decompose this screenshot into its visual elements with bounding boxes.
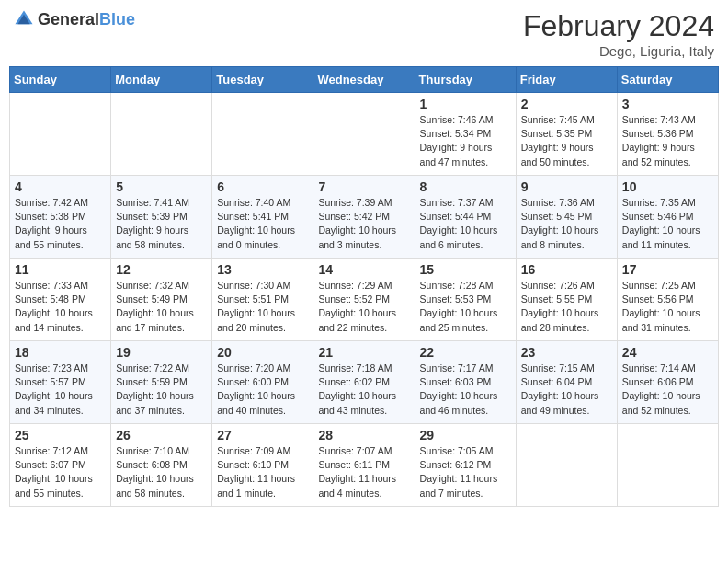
calendar-cell	[617, 424, 718, 507]
day-number: 24	[622, 345, 713, 360]
day-info: Sunrise: 7:45 AM Sunset: 5:35 PM Dayligh…	[521, 113, 612, 169]
day-number: 2	[521, 97, 612, 111]
calendar-title: February 2024	[523, 9, 714, 43]
logo-icon	[14, 9, 34, 29]
day-number: 9	[521, 179, 612, 194]
day-number: 5	[116, 179, 207, 194]
calendar-cell: 21Sunrise: 7:18 AM Sunset: 6:02 PM Dayli…	[313, 341, 415, 424]
day-info: Sunrise: 7:22 AM Sunset: 5:59 PM Dayligh…	[116, 362, 207, 418]
calendar-cell: 13Sunrise: 7:30 AM Sunset: 5:51 PM Dayli…	[212, 259, 313, 341]
day-header-friday: Friday	[516, 67, 617, 93]
calendar-cell	[111, 93, 212, 176]
day-number: 27	[217, 428, 308, 442]
day-number: 12	[116, 262, 207, 277]
day-info: Sunrise: 7:36 AM Sunset: 5:45 PM Dayligh…	[521, 196, 612, 252]
calendar-cell: 10Sunrise: 7:35 AM Sunset: 5:46 PM Dayli…	[617, 176, 718, 259]
day-number: 28	[318, 428, 409, 442]
day-number: 15	[420, 262, 511, 277]
day-info: Sunrise: 7:26 AM Sunset: 5:55 PM Dayligh…	[521, 279, 612, 335]
day-info: Sunrise: 7:05 AM Sunset: 6:12 PM Dayligh…	[420, 444, 511, 500]
day-number: 14	[318, 262, 409, 277]
calendar-cell: 12Sunrise: 7:32 AM Sunset: 5:49 PM Dayli…	[111, 259, 212, 341]
day-info: Sunrise: 7:33 AM Sunset: 5:48 PM Dayligh…	[15, 279, 106, 335]
day-info: Sunrise: 7:25 AM Sunset: 5:56 PM Dayligh…	[622, 279, 713, 335]
day-number: 3	[622, 97, 713, 111]
day-info: Sunrise: 7:18 AM Sunset: 6:02 PM Dayligh…	[318, 362, 409, 418]
calendar-cell: 18Sunrise: 7:23 AM Sunset: 5:57 PM Dayli…	[10, 341, 111, 424]
day-number: 10	[622, 179, 713, 194]
calendar-cell	[313, 93, 415, 176]
calendar-subtitle: Dego, Liguria, Italy	[523, 43, 714, 59]
day-number: 22	[420, 345, 511, 360]
day-header-saturday: Saturday	[617, 67, 718, 93]
calendar-cell: 19Sunrise: 7:22 AM Sunset: 5:59 PM Dayli…	[111, 341, 212, 424]
day-number: 18	[15, 345, 106, 360]
day-number: 4	[15, 179, 106, 194]
calendar-cell: 27Sunrise: 7:09 AM Sunset: 6:10 PM Dayli…	[212, 424, 313, 507]
day-info: Sunrise: 7:29 AM Sunset: 5:52 PM Dayligh…	[318, 279, 409, 335]
day-info: Sunrise: 7:23 AM Sunset: 5:57 PM Dayligh…	[15, 362, 106, 418]
calendar-header-row: SundayMondayTuesdayWednesdayThursdayFrid…	[10, 67, 719, 93]
calendar-week-row: 1Sunrise: 7:46 AM Sunset: 5:34 PM Daylig…	[10, 93, 719, 176]
day-info: Sunrise: 7:10 AM Sunset: 6:08 PM Dayligh…	[116, 444, 207, 500]
day-header-monday: Monday	[111, 67, 212, 93]
day-info: Sunrise: 7:37 AM Sunset: 5:44 PM Dayligh…	[420, 196, 511, 252]
day-header-thursday: Thursday	[415, 67, 516, 93]
day-number: 21	[318, 345, 409, 360]
day-header-tuesday: Tuesday	[212, 67, 313, 93]
day-number: 6	[217, 179, 308, 194]
day-info: Sunrise: 7:12 AM Sunset: 6:07 PM Dayligh…	[15, 444, 106, 500]
calendar-cell: 8Sunrise: 7:37 AM Sunset: 5:44 PM Daylig…	[415, 176, 516, 259]
day-info: Sunrise: 7:39 AM Sunset: 5:42 PM Dayligh…	[318, 196, 409, 252]
calendar-cell	[212, 93, 313, 176]
day-number: 11	[15, 262, 106, 277]
calendar-cell	[10, 93, 111, 176]
calendar-cell: 24Sunrise: 7:14 AM Sunset: 6:06 PM Dayli…	[617, 341, 718, 424]
day-number: 25	[15, 428, 106, 442]
logo-text-general: General	[38, 10, 99, 29]
calendar-table: SundayMondayTuesdayWednesdayThursdayFrid…	[9, 66, 719, 507]
day-number: 13	[217, 262, 308, 277]
calendar-cell: 16Sunrise: 7:26 AM Sunset: 5:55 PM Dayli…	[516, 259, 617, 341]
day-number: 7	[318, 179, 409, 194]
day-info: Sunrise: 7:09 AM Sunset: 6:10 PM Dayligh…	[217, 444, 308, 500]
day-info: Sunrise: 7:35 AM Sunset: 5:46 PM Dayligh…	[622, 196, 713, 252]
calendar-cell: 11Sunrise: 7:33 AM Sunset: 5:48 PM Dayli…	[10, 259, 111, 341]
day-info: Sunrise: 7:42 AM Sunset: 5:38 PM Dayligh…	[15, 196, 106, 252]
day-number: 1	[420, 97, 511, 111]
day-info: Sunrise: 7:17 AM Sunset: 6:03 PM Dayligh…	[420, 362, 511, 418]
calendar-cell: 22Sunrise: 7:17 AM Sunset: 6:03 PM Dayli…	[415, 341, 516, 424]
day-number: 29	[420, 428, 511, 442]
calendar-cell: 17Sunrise: 7:25 AM Sunset: 5:56 PM Dayli…	[617, 259, 718, 341]
calendar-cell: 3Sunrise: 7:43 AM Sunset: 5:36 PM Daylig…	[617, 93, 718, 176]
day-header-sunday: Sunday	[10, 67, 111, 93]
day-number: 16	[521, 262, 612, 277]
logo-text-blue: Blue	[99, 10, 135, 29]
page-header: GeneralBlue February 2024 Dego, Liguria,…	[9, 9, 719, 59]
calendar-cell: 1Sunrise: 7:46 AM Sunset: 5:34 PM Daylig…	[415, 93, 516, 176]
calendar-cell: 20Sunrise: 7:20 AM Sunset: 6:00 PM Dayli…	[212, 341, 313, 424]
day-info: Sunrise: 7:41 AM Sunset: 5:39 PM Dayligh…	[116, 196, 207, 252]
calendar-cell: 15Sunrise: 7:28 AM Sunset: 5:53 PM Dayli…	[415, 259, 516, 341]
day-info: Sunrise: 7:43 AM Sunset: 5:36 PM Dayligh…	[622, 113, 713, 169]
day-info: Sunrise: 7:32 AM Sunset: 5:49 PM Dayligh…	[116, 279, 207, 335]
calendar-cell: 25Sunrise: 7:12 AM Sunset: 6:07 PM Dayli…	[10, 424, 111, 507]
day-number: 23	[521, 345, 612, 360]
calendar-week-row: 11Sunrise: 7:33 AM Sunset: 5:48 PM Dayli…	[10, 259, 719, 341]
day-info: Sunrise: 7:28 AM Sunset: 5:53 PM Dayligh…	[420, 279, 511, 335]
day-header-wednesday: Wednesday	[313, 67, 415, 93]
day-info: Sunrise: 7:40 AM Sunset: 5:41 PM Dayligh…	[217, 196, 308, 252]
calendar-cell: 14Sunrise: 7:29 AM Sunset: 5:52 PM Dayli…	[313, 259, 415, 341]
title-section: February 2024 Dego, Liguria, Italy	[523, 9, 714, 59]
day-number: 8	[420, 179, 511, 194]
day-number: 20	[217, 345, 308, 360]
calendar-cell: 5Sunrise: 7:41 AM Sunset: 5:39 PM Daylig…	[111, 176, 212, 259]
calendar-cell: 6Sunrise: 7:40 AM Sunset: 5:41 PM Daylig…	[212, 176, 313, 259]
calendar-cell: 7Sunrise: 7:39 AM Sunset: 5:42 PM Daylig…	[313, 176, 415, 259]
calendar-week-row: 25Sunrise: 7:12 AM Sunset: 6:07 PM Dayli…	[10, 424, 719, 507]
day-number: 19	[116, 345, 207, 360]
day-number: 26	[116, 428, 207, 442]
calendar-cell: 23Sunrise: 7:15 AM Sunset: 6:04 PM Dayli…	[516, 341, 617, 424]
calendar-cell	[516, 424, 617, 507]
day-info: Sunrise: 7:20 AM Sunset: 6:00 PM Dayligh…	[217, 362, 308, 418]
